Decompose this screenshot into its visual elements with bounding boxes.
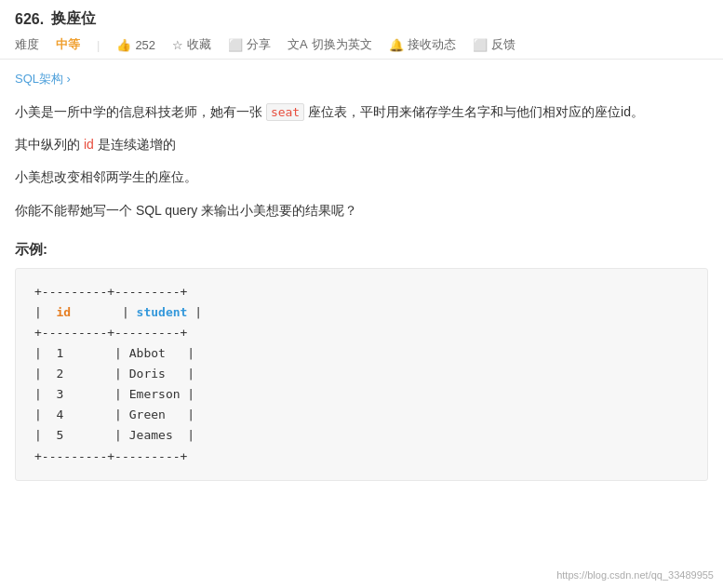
- feedback-label: 反馈: [491, 36, 515, 53]
- feedback-icon: ⬜: [473, 38, 488, 52]
- separator1: |: [97, 38, 100, 52]
- example-label: 示例:: [15, 241, 708, 259]
- table-row-3: | 3 | Emerson |: [34, 384, 689, 405]
- star-icon: ☆: [172, 38, 183, 52]
- col-student-header: student: [137, 305, 188, 319]
- desc-line1-part2: 座位表，平时用来储存学生名字和与他们相对应的座位id。: [308, 104, 644, 119]
- problem-number: 626.: [15, 11, 44, 28]
- problem-title: 换座位: [51, 9, 96, 29]
- table-row-1: | 1 | Abbot |: [34, 343, 689, 364]
- watermark: https://blog.csdn.net/qq_33489955: [556, 569, 714, 581]
- table-row-4: | 4 | Green |: [34, 405, 689, 425]
- like-button[interactable]: 👍 252: [116, 38, 155, 52]
- notify-label: 接收动态: [408, 36, 456, 53]
- share-button[interactable]: ⬜ 分享: [228, 36, 271, 53]
- problem-description-1: 小美是一所中学的信息科技老师，她有一张 seat 座位表，平时用来储存学生名字和…: [15, 100, 708, 124]
- collect-button[interactable]: ☆ 收藏: [172, 36, 211, 53]
- top-bar: 626. 换座位 难度 中等 | 👍 252 ☆ 收藏 ⬜ 分享 文A 切换为英…: [0, 0, 723, 60]
- table-header: | id | student |: [34, 302, 689, 323]
- col-id-header: id: [56, 305, 71, 319]
- feedback-button[interactable]: ⬜ 反馈: [473, 36, 515, 53]
- like-icon: 👍: [116, 38, 131, 52]
- table-separator-top: +---------+---------+: [34, 282, 689, 302]
- title-row: 626. 换座位: [15, 9, 708, 29]
- problem-description-3: 小美想改变相邻两学生的座位。: [15, 166, 708, 189]
- problem-description-2: 其中纵列的 id 是连续递增的: [15, 133, 708, 156]
- switch-label: 切换为英文: [312, 36, 372, 53]
- content-area: SQL架构 › 小美是一所中学的信息科技老师，她有一张 seat 座位表，平时用…: [0, 60, 723, 492]
- translate-icon: 文A: [288, 36, 308, 53]
- table-row-2: | 2 | Doris |: [34, 364, 689, 384]
- like-count: 252: [135, 38, 155, 52]
- problem-description-4: 你能不能帮她写一个 SQL query 来输出小美想要的结果呢？: [15, 199, 708, 222]
- difficulty-value: 中等: [56, 36, 80, 53]
- table-separator-header: +---------+---------+: [34, 323, 689, 343]
- inline-code-seat: seat: [266, 103, 304, 121]
- share-icon: ⬜: [228, 38, 243, 52]
- desc-line1-part1: 小美是一所中学的信息科技老师，她有一张: [15, 104, 262, 119]
- highlight-id: id: [84, 137, 94, 152]
- table-row-5: | 5 | Jeames |: [34, 425, 689, 446]
- example-box: +---------+---------+ | id | student | +…: [15, 268, 708, 481]
- share-label: 分享: [247, 36, 271, 53]
- breadcrumb[interactable]: SQL架构 ›: [15, 71, 708, 87]
- table-separator-bottom: +---------+---------+: [34, 447, 689, 467]
- difficulty-label: 难度: [15, 36, 39, 53]
- collect-label: 收藏: [187, 36, 211, 53]
- meta-row: 难度 中等 | 👍 252 ☆ 收藏 ⬜ 分享 文A 切换为英文 🔔 接收动态 …: [15, 36, 708, 53]
- notify-button[interactable]: 🔔 接收动态: [389, 36, 456, 53]
- switch-language-button[interactable]: 文A 切换为英文: [288, 36, 372, 53]
- bell-icon: 🔔: [389, 38, 404, 52]
